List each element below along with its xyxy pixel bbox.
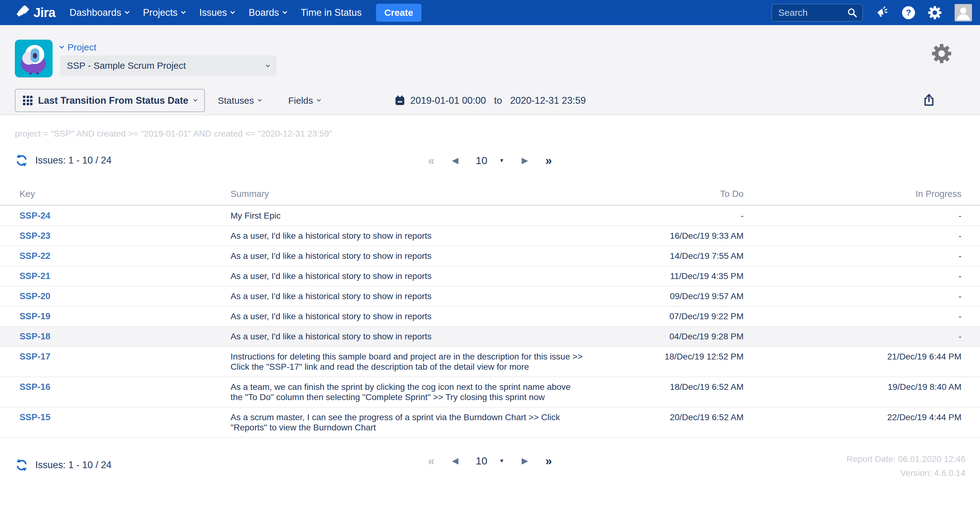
issue-key-link[interactable]: SSP-21 xyxy=(19,271,231,281)
grid-icon xyxy=(23,96,32,105)
issue-in-progress-date: - xyxy=(744,291,961,301)
project-avatar xyxy=(15,40,52,77)
chevron-down-icon xyxy=(266,63,270,67)
page-size-value: 10 xyxy=(476,155,487,167)
filter-row: Last Transition From Status Date Statuse… xyxy=(15,89,965,112)
prev-page-button[interactable]: ◀ xyxy=(452,156,458,165)
chevron-down-icon xyxy=(125,9,130,14)
date-range-picker[interactable]: 2019-01-01 00:00 to 2020-12-31 23:59 xyxy=(394,95,586,107)
search-input[interactable] xyxy=(778,8,847,18)
issue-key-link[interactable]: SSP-17 xyxy=(19,351,231,372)
nav-item-issues[interactable]: Issues xyxy=(199,7,235,18)
fields-dropdown[interactable]: Fields xyxy=(288,95,320,106)
nav-item-dashboards[interactable]: Dashboards xyxy=(70,7,129,18)
issue-summary: As a user, I'd like a historical story t… xyxy=(231,331,596,342)
chevron-down-icon xyxy=(258,97,262,102)
nav-item-boards[interactable]: Boards xyxy=(248,7,286,18)
export-icon[interactable] xyxy=(922,93,936,109)
page-size-value: 10 xyxy=(476,455,487,467)
issue-summary: As a user, I'd like a historical story t… xyxy=(231,271,596,281)
brand-text: Jira xyxy=(33,5,56,20)
help-icon[interactable]: ? xyxy=(902,6,915,19)
statuses-dropdown[interactable]: Statuses xyxy=(218,95,261,106)
report-info: Report Date: 06.01.2020 12:46 Version: 4… xyxy=(846,452,966,480)
refresh-icon[interactable] xyxy=(15,458,29,472)
table-row: SSP-19 As a user, I'd like a historical … xyxy=(0,306,980,327)
pagination-top: « ◀ 10 ▼ ▶ » xyxy=(428,155,552,167)
date-from: 2019-01-01 00:00 xyxy=(410,95,486,106)
issue-in-progress-date: - xyxy=(744,311,961,321)
issue-todo-date: 11/Dec/19 4:35 PM xyxy=(596,271,744,281)
help-glyph: ? xyxy=(906,8,911,18)
issue-todo-date: 07/Dec/19 9:22 PM xyxy=(596,311,744,321)
chevron-down-icon xyxy=(181,9,186,14)
refresh-icon[interactable] xyxy=(15,153,29,167)
issue-summary: As a team, we can finish the sprint by c… xyxy=(231,382,596,402)
issue-todo-date: - xyxy=(596,211,744,221)
issue-summary: As a user, I'd like a historical story t… xyxy=(231,311,596,321)
first-page-button[interactable]: « xyxy=(428,155,434,166)
issue-key-link[interactable]: SSP-24 xyxy=(19,211,231,221)
search-box[interactable] xyxy=(772,4,863,22)
feedback-megaphone-icon[interactable] xyxy=(876,6,889,19)
jira-logo[interactable]: Jira xyxy=(16,5,56,20)
statuses-label: Statuses xyxy=(218,95,254,106)
chevron-down-icon xyxy=(230,9,235,14)
issue-key-link[interactable]: SSP-22 xyxy=(19,251,231,261)
caret-down-icon: ▼ xyxy=(499,157,504,163)
page-size-select[interactable]: 10 ▼ xyxy=(476,455,504,467)
project-label-toggle[interactable]: Project xyxy=(60,42,277,53)
nav-item-time-in-status[interactable]: Time in Status xyxy=(301,7,362,18)
chevron-down-icon xyxy=(317,97,321,102)
person-icon xyxy=(955,4,972,21)
issue-in-progress-date: 19/Dec/19 8:40 AM xyxy=(744,382,961,402)
chevron-down-icon xyxy=(59,44,64,49)
issue-summary: As a scrum master, I can see the progres… xyxy=(231,412,596,433)
prev-page-button[interactable]: ◀ xyxy=(452,457,458,465)
jql-query-text: project = "SSP" AND created >= "2019-01-… xyxy=(15,129,980,139)
pagination-bottom: « ◀ 10 ▼ ▶ » xyxy=(428,455,552,467)
project-label: Project xyxy=(67,42,96,53)
first-page-button[interactable]: « xyxy=(428,455,434,467)
last-page-button[interactable]: » xyxy=(546,155,552,166)
jira-logo-icon xyxy=(16,6,30,20)
user-avatar[interactable] xyxy=(955,4,972,21)
issue-key-link[interactable]: SSP-16 xyxy=(19,382,231,402)
issues-table: Key Summary To Do In Progress SSP-24 My … xyxy=(0,186,980,438)
report-settings-gear-icon[interactable] xyxy=(932,44,951,65)
nav-item-label: Time in Status xyxy=(301,7,362,18)
table-row: SSP-18 As a user, I'd like a historical … xyxy=(0,327,980,347)
issue-key-link[interactable]: SSP-20 xyxy=(19,291,231,301)
chevron-down-icon xyxy=(193,97,197,102)
issue-in-progress-date: - xyxy=(744,211,961,221)
next-page-button[interactable]: ▶ xyxy=(522,457,528,465)
issue-key-link[interactable]: SSP-18 xyxy=(19,331,231,342)
create-button[interactable]: Create xyxy=(376,4,422,22)
issue-key-link[interactable]: SSP-19 xyxy=(19,311,231,321)
fields-label: Fields xyxy=(288,95,313,106)
nav-item-projects[interactable]: Projects xyxy=(143,7,185,18)
issue-todo-date: 18/Dec/19 6:52 AM xyxy=(596,382,744,402)
column-header-todo: To Do xyxy=(596,189,744,199)
settings-gear-icon[interactable] xyxy=(928,6,942,19)
search-icon xyxy=(847,8,858,18)
page-size-select[interactable]: 10 ▼ xyxy=(476,155,504,167)
issue-in-progress-date: 22/Dec/19 4:44 PM xyxy=(744,412,961,433)
last-page-button[interactable]: » xyxy=(546,455,552,467)
table-row: SSP-23 As a user, I'd like a historical … xyxy=(0,226,980,246)
table-row: SSP-15 As a scrum master, I can see the … xyxy=(0,407,980,438)
issue-in-progress-date: - xyxy=(744,251,961,261)
issue-summary: As a user, I'd like a historical story t… xyxy=(231,251,596,261)
issue-key-link[interactable]: SSP-23 xyxy=(19,231,231,241)
table-row: SSP-24 My First Epic - - xyxy=(0,206,980,226)
issue-key-link[interactable]: SSP-15 xyxy=(19,412,231,433)
nav-item-label: Boards xyxy=(248,7,279,18)
project-select[interactable]: SSP - Sample Scrum Project xyxy=(60,56,277,76)
next-page-button[interactable]: ▶ xyxy=(522,156,528,165)
report-type-button[interactable]: Last Transition From Status Date xyxy=(15,89,205,112)
table-row: SSP-20 As a user, I'd like a historical … xyxy=(0,286,980,306)
issue-summary: As a user, I'd like a historical story t… xyxy=(231,291,596,301)
column-header-in-progress: In Progress xyxy=(744,189,961,199)
issues-count-label: Issues: 1 - 10 / 24 xyxy=(35,460,111,471)
issue-in-progress-date: 21/Dec/19 6:44 PM xyxy=(744,351,961,372)
